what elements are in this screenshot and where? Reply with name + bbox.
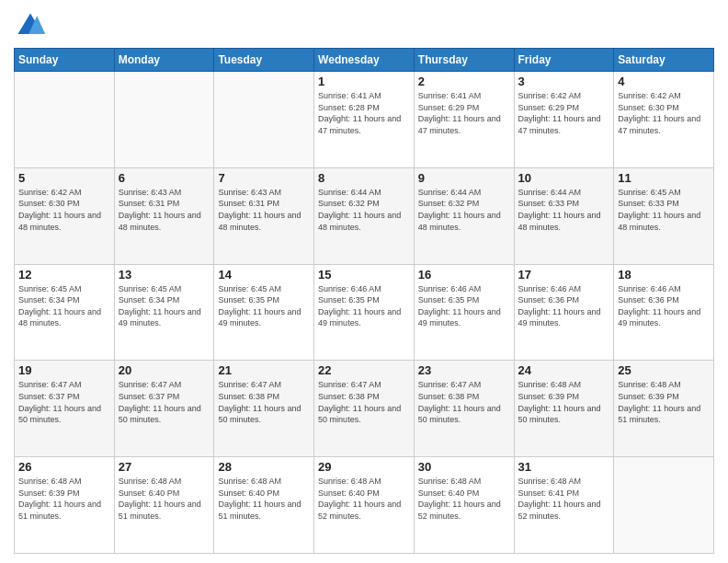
calendar-cell: 22Sunrise: 6:47 AMSunset: 6:38 PMDayligh… (314, 361, 415, 457)
calendar-cell: 27Sunrise: 6:48 AMSunset: 6:40 PMDayligh… (114, 457, 214, 554)
day-number: 19 (18, 363, 110, 377)
day-number: 20 (119, 363, 210, 377)
col-header-thursday: Thursday (414, 49, 514, 72)
calendar-cell: 13Sunrise: 6:45 AMSunset: 6:34 PMDayligh… (114, 264, 214, 361)
day-number: 10 (518, 171, 610, 185)
day-info: Sunrise: 6:45 AMSunset: 6:34 PMDaylight:… (119, 283, 210, 329)
day-number: 30 (418, 460, 510, 474)
calendar-cell: 26Sunrise: 6:48 AMSunset: 6:39 PMDayligh… (15, 457, 115, 554)
col-header-monday: Monday (114, 49, 214, 72)
calendar-week-row: 1Sunrise: 6:41 AMSunset: 6:28 PMDaylight… (15, 72, 714, 168)
day-info: Sunrise: 6:42 AMSunset: 6:30 PMDaylight:… (18, 187, 110, 233)
day-info: Sunrise: 6:47 AMSunset: 6:38 PMDaylight:… (218, 379, 310, 425)
day-info: Sunrise: 6:48 AMSunset: 6:40 PMDaylight:… (119, 476, 210, 522)
calendar-cell: 5Sunrise: 6:42 AMSunset: 6:30 PMDaylight… (15, 167, 115, 264)
day-info: Sunrise: 6:47 AMSunset: 6:38 PMDaylight:… (418, 379, 510, 425)
calendar-cell: 30Sunrise: 6:48 AMSunset: 6:40 PMDayligh… (414, 457, 514, 554)
day-info: Sunrise: 6:44 AMSunset: 6:32 PMDaylight:… (418, 187, 510, 233)
calendar-cell: 9Sunrise: 6:44 AMSunset: 6:32 PMDaylight… (414, 167, 514, 264)
day-number: 11 (618, 171, 710, 185)
day-number: 4 (618, 75, 710, 88)
calendar-cell: 21Sunrise: 6:47 AMSunset: 6:38 PMDayligh… (214, 361, 314, 457)
day-number: 5 (18, 171, 110, 185)
day-info: Sunrise: 6:46 AMSunset: 6:36 PMDaylight:… (618, 283, 710, 329)
calendar-cell: 7Sunrise: 6:43 AMSunset: 6:31 PMDaylight… (214, 167, 314, 264)
day-number: 8 (318, 171, 410, 185)
day-number: 16 (418, 268, 510, 282)
calendar-cell (15, 72, 115, 168)
day-info: Sunrise: 6:47 AMSunset: 6:37 PMDaylight:… (119, 379, 210, 425)
day-info: Sunrise: 6:47 AMSunset: 6:37 PMDaylight:… (18, 379, 110, 425)
col-header-wednesday: Wednesday (314, 49, 415, 72)
day-number: 2 (418, 75, 510, 88)
calendar-cell: 29Sunrise: 6:48 AMSunset: 6:40 PMDayligh… (314, 457, 415, 554)
day-number: 7 (218, 171, 310, 185)
calendar-cell: 24Sunrise: 6:48 AMSunset: 6:39 PMDayligh… (514, 361, 614, 457)
day-info: Sunrise: 6:48 AMSunset: 6:40 PMDaylight:… (218, 476, 310, 522)
day-number: 29 (318, 460, 410, 474)
day-number: 31 (518, 460, 610, 474)
col-header-tuesday: Tuesday (214, 49, 314, 72)
day-info: Sunrise: 6:48 AMSunset: 6:39 PMDaylight:… (18, 476, 110, 522)
calendar-cell: 12Sunrise: 6:45 AMSunset: 6:34 PMDayligh… (15, 264, 115, 361)
calendar-week-row: 19Sunrise: 6:47 AMSunset: 6:37 PMDayligh… (15, 361, 714, 457)
calendar-cell: 17Sunrise: 6:46 AMSunset: 6:36 PMDayligh… (514, 264, 614, 361)
day-info: Sunrise: 6:41 AMSunset: 6:29 PMDaylight:… (418, 90, 510, 136)
col-header-sunday: Sunday (15, 49, 115, 72)
day-info: Sunrise: 6:48 AMSunset: 6:40 PMDaylight:… (318, 476, 410, 522)
day-info: Sunrise: 6:41 AMSunset: 6:28 PMDaylight:… (318, 90, 410, 136)
calendar-cell: 8Sunrise: 6:44 AMSunset: 6:32 PMDaylight… (314, 167, 415, 264)
day-info: Sunrise: 6:44 AMSunset: 6:32 PMDaylight:… (318, 187, 410, 233)
calendar-week-row: 12Sunrise: 6:45 AMSunset: 6:34 PMDayligh… (15, 264, 714, 361)
calendar-cell: 16Sunrise: 6:46 AMSunset: 6:35 PMDayligh… (414, 264, 514, 361)
col-header-friday: Friday (514, 49, 614, 72)
day-number: 25 (618, 363, 710, 377)
day-info: Sunrise: 6:45 AMSunset: 6:33 PMDaylight:… (618, 187, 710, 233)
calendar-cell: 2Sunrise: 6:41 AMSunset: 6:29 PMDaylight… (414, 72, 514, 168)
calendar-cell: 31Sunrise: 6:48 AMSunset: 6:41 PMDayligh… (514, 457, 614, 554)
day-number: 6 (119, 171, 210, 185)
day-info: Sunrise: 6:48 AMSunset: 6:40 PMDaylight:… (418, 476, 510, 522)
header (14, 9, 714, 42)
logo-icon (14, 9, 47, 42)
logo (14, 9, 52, 42)
day-number: 12 (18, 268, 110, 282)
calendar-cell: 11Sunrise: 6:45 AMSunset: 6:33 PMDayligh… (614, 167, 714, 264)
calendar-cell: 28Sunrise: 6:48 AMSunset: 6:40 PMDayligh… (214, 457, 314, 554)
day-number: 15 (318, 268, 410, 282)
day-info: Sunrise: 6:46 AMSunset: 6:35 PMDaylight:… (418, 283, 510, 329)
day-number: 18 (618, 268, 710, 282)
calendar-cell: 14Sunrise: 6:45 AMSunset: 6:35 PMDayligh… (214, 264, 314, 361)
day-info: Sunrise: 6:48 AMSunset: 6:41 PMDaylight:… (518, 476, 610, 522)
day-number: 3 (518, 75, 610, 88)
day-info: Sunrise: 6:46 AMSunset: 6:35 PMDaylight:… (318, 283, 410, 329)
day-number: 13 (119, 268, 210, 282)
day-number: 14 (218, 268, 310, 282)
page: SundayMondayTuesdayWednesdayThursdayFrid… (0, 0, 728, 563)
calendar-header-row: SundayMondayTuesdayWednesdayThursdayFrid… (15, 49, 714, 72)
day-number: 27 (119, 460, 210, 474)
calendar-cell (614, 457, 714, 554)
calendar-cell: 19Sunrise: 6:47 AMSunset: 6:37 PMDayligh… (15, 361, 115, 457)
day-info: Sunrise: 6:47 AMSunset: 6:38 PMDaylight:… (318, 379, 410, 425)
day-number: 28 (218, 460, 310, 474)
calendar-cell: 18Sunrise: 6:46 AMSunset: 6:36 PMDayligh… (614, 264, 714, 361)
calendar-cell: 25Sunrise: 6:48 AMSunset: 6:39 PMDayligh… (614, 361, 714, 457)
day-info: Sunrise: 6:43 AMSunset: 6:31 PMDaylight:… (119, 187, 210, 233)
day-info: Sunrise: 6:48 AMSunset: 6:39 PMDaylight:… (618, 379, 710, 425)
day-info: Sunrise: 6:44 AMSunset: 6:33 PMDaylight:… (518, 187, 610, 233)
day-number: 26 (18, 460, 110, 474)
day-number: 21 (218, 363, 310, 377)
day-info: Sunrise: 6:43 AMSunset: 6:31 PMDaylight:… (218, 187, 310, 233)
day-info: Sunrise: 6:45 AMSunset: 6:35 PMDaylight:… (218, 283, 310, 329)
calendar-week-row: 26Sunrise: 6:48 AMSunset: 6:39 PMDayligh… (15, 457, 714, 554)
calendar-cell (214, 72, 314, 168)
col-header-saturday: Saturday (614, 49, 714, 72)
calendar-cell (114, 72, 214, 168)
day-number: 1 (318, 75, 410, 88)
day-info: Sunrise: 6:45 AMSunset: 6:34 PMDaylight:… (18, 283, 110, 329)
day-number: 17 (518, 268, 610, 282)
day-info: Sunrise: 6:42 AMSunset: 6:30 PMDaylight:… (618, 90, 710, 136)
calendar-cell: 4Sunrise: 6:42 AMSunset: 6:30 PMDaylight… (614, 72, 714, 168)
calendar-cell: 10Sunrise: 6:44 AMSunset: 6:33 PMDayligh… (514, 167, 614, 264)
